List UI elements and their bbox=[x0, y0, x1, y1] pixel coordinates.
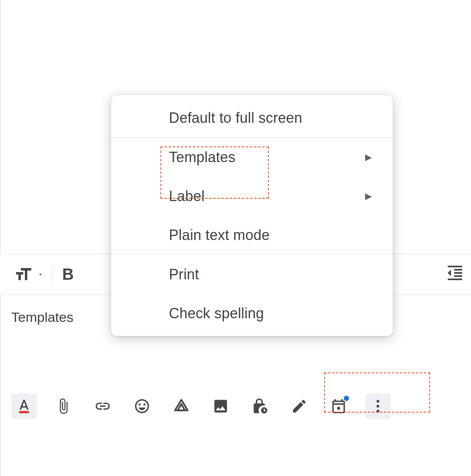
menu-item-label: Plain text mode bbox=[169, 227, 270, 244]
image-icon bbox=[212, 398, 229, 415]
bottom-toolbar bbox=[0, 393, 471, 419]
insert-drive-button[interactable] bbox=[169, 393, 194, 419]
menu-item-default-fullscreen[interactable]: Default to full screen bbox=[111, 98, 393, 137]
templates-text: Templates bbox=[11, 309, 73, 325]
insert-signature-button[interactable] bbox=[286, 393, 312, 419]
bold-label: B bbox=[62, 265, 74, 283]
menu-item-label[interactable]: Label ▶ bbox=[111, 177, 393, 216]
menu-item-label: Templates bbox=[169, 149, 236, 166]
attach-button[interactable] bbox=[51, 393, 76, 419]
svg-point-4 bbox=[377, 405, 380, 408]
drive-icon bbox=[173, 398, 190, 415]
format-options-button[interactable] bbox=[11, 393, 37, 419]
outdent-button[interactable] bbox=[445, 263, 465, 284]
insert-image-button[interactable] bbox=[208, 393, 233, 419]
svg-point-3 bbox=[377, 400, 380, 403]
menu-item-label: Print bbox=[169, 266, 199, 283]
pen-icon bbox=[291, 398, 308, 415]
emoji-icon bbox=[134, 398, 150, 415]
notification-dot bbox=[344, 396, 349, 401]
link-icon bbox=[94, 398, 111, 415]
caret-down-icon bbox=[37, 271, 44, 278]
more-options-menu: Default to full screen Templates ▶ Label… bbox=[111, 95, 393, 336]
outdent-icon bbox=[445, 263, 465, 283]
insert-link-button[interactable] bbox=[90, 393, 116, 419]
text-format-icon bbox=[16, 398, 32, 415]
svg-point-5 bbox=[377, 410, 380, 413]
menu-item-check-spelling[interactable]: Check spelling bbox=[111, 294, 393, 333]
menu-item-label: Label bbox=[169, 188, 205, 205]
text-size-icon bbox=[14, 265, 33, 284]
more-vert-icon bbox=[369, 398, 386, 415]
svg-rect-0 bbox=[19, 411, 29, 413]
confidential-mode-button[interactable] bbox=[247, 393, 273, 419]
menu-item-print[interactable]: Print bbox=[111, 255, 393, 294]
lock-clock-icon bbox=[252, 398, 268, 415]
menu-item-plaintext[interactable]: Plain text mode bbox=[111, 216, 393, 254]
schedule-send-button[interactable] bbox=[326, 393, 351, 419]
svg-point-2 bbox=[337, 407, 340, 410]
chevron-right-icon: ▶ bbox=[365, 152, 372, 163]
toolbar-divider bbox=[52, 265, 53, 284]
more-options-button[interactable] bbox=[365, 393, 391, 419]
text-size-button[interactable] bbox=[8, 262, 50, 287]
chevron-right-icon: ▶ bbox=[365, 191, 372, 201]
insert-emoji-button[interactable] bbox=[129, 393, 155, 419]
menu-item-label: Default to full screen bbox=[169, 110, 302, 126]
paperclip-icon bbox=[55, 398, 72, 415]
menu-item-templates[interactable]: Templates ▶ bbox=[111, 138, 393, 177]
menu-item-label: Check spelling bbox=[169, 305, 264, 322]
bold-button[interactable]: B bbox=[55, 265, 81, 283]
